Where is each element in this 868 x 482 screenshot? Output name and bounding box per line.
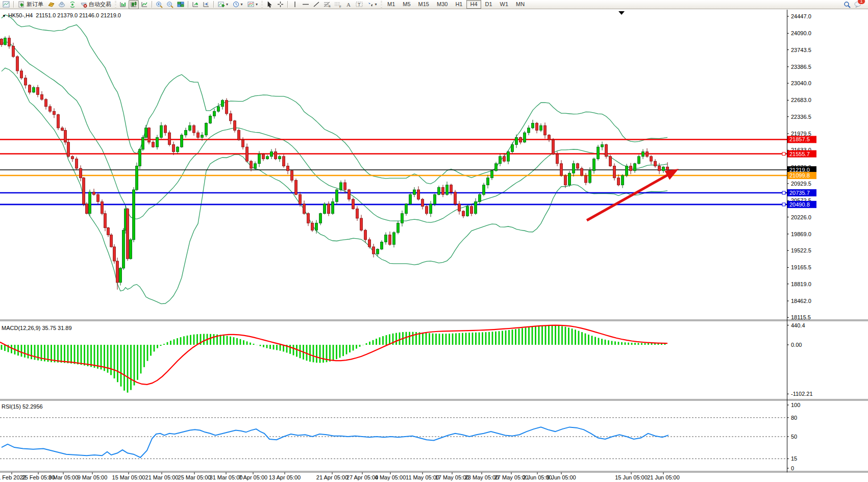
horizontal-line-icon[interactable] (301, 0, 311, 9)
trendline-icon[interactable] (311, 0, 321, 9)
timeframe-m1[interactable]: M1 (384, 0, 399, 9)
svg-text:50: 50 (791, 434, 797, 440)
svg-text:11 May 05:00: 11 May 05:00 (406, 474, 439, 480)
svg-text:15: 15 (791, 455, 797, 462)
svg-text:9 Mar 05:00: 9 Mar 05:00 (78, 474, 108, 480)
autotrading-icon (80, 1, 87, 8)
bar-chart-icon[interactable] (118, 0, 128, 9)
zoom-in-icon[interactable] (154, 0, 164, 9)
tile-windows-icon[interactable] (176, 0, 186, 9)
templates-icon[interactable]: ▾ (245, 0, 260, 9)
new-order-icon (18, 1, 25, 8)
chat-icon[interactable]: 1 (853, 0, 863, 9)
svg-text:21 Apr 05:00: 21 Apr 05:00 (316, 474, 348, 480)
svg-text:23 May 05:00: 23 May 05:00 (465, 474, 499, 480)
svg-text:21 Mar 05:00: 21 Mar 05:00 (145, 474, 179, 480)
toolbar-grip (381, 1, 382, 8)
svg-text:T: T (358, 2, 361, 7)
dropdown-caret-icon: ▾ (375, 2, 377, 7)
svg-text:0.00: 0.00 (791, 342, 802, 348)
svg-text:E: E (329, 5, 331, 8)
chart-symbol-period: HK50-,H4 (8, 12, 33, 18)
periods-clock-icon[interactable]: ▾ (231, 0, 245, 9)
svg-text:18115.5: 18115.5 (791, 314, 811, 320)
svg-text:22336.5: 22336.5 (791, 114, 811, 120)
svg-text:-1102.21: -1102.21 (791, 391, 813, 397)
candlestick-chart-icon[interactable] (129, 0, 139, 9)
svg-text:21979.5: 21979.5 (791, 131, 811, 137)
grid-tool-icon[interactable]: F (333, 0, 343, 9)
vertical-line-icon[interactable] (290, 0, 300, 9)
svg-text:7 Apr 05:00: 7 Apr 05:00 (239, 474, 267, 480)
autotrading-button[interactable]: 自动交易 (78, 1, 113, 9)
chart-title: ▼HK50-,H4 21151.0 21379.0 21146.0 21219.… (2, 12, 121, 18)
collapse-triangle-icon[interactable]: ▼ (2, 14, 6, 18)
line-chart-icon[interactable] (139, 0, 150, 9)
community-icon[interactable] (57, 0, 67, 9)
svg-text:440.4: 440.4 (791, 322, 805, 328)
text-tool-icon[interactable]: A (343, 0, 354, 9)
zoom-out-icon[interactable] (165, 0, 175, 9)
svg-text:22683.0: 22683.0 (791, 97, 811, 103)
svg-text:24447.0: 24447.0 (791, 13, 811, 19)
timeframe-mn[interactable]: MN (512, 0, 528, 9)
timeframe-m30[interactable]: M30 (433, 0, 451, 9)
timeframe-h1[interactable]: H1 (452, 0, 466, 9)
chart-window-icon[interactable] (1, 0, 11, 9)
svg-text:20929.5: 20929.5 (791, 181, 811, 187)
text-label-tool-icon[interactable]: T (354, 0, 364, 9)
svg-text:25 Mar 05:00: 25 Mar 05:00 (178, 474, 211, 480)
dropdown-caret-icon: ▾ (256, 2, 258, 7)
svg-text:3 Mar 05:00: 3 Mar 05:00 (48, 474, 79, 480)
signal-icon[interactable] (67, 0, 78, 9)
chart-shift-icon[interactable] (201, 0, 211, 9)
toolbar: 新订单 自动交易 ▾ ▾ (0, 0, 868, 9)
svg-text:80: 80 (791, 415, 797, 421)
timeframe-w1[interactable]: W1 (497, 0, 512, 9)
new-order-label: 新订单 (27, 1, 43, 8)
timeframe-m5[interactable]: M5 (399, 0, 414, 9)
separator (213, 1, 214, 8)
separator (152, 1, 152, 8)
svg-text:15 Jun 05:00: 15 Jun 05:00 (615, 474, 648, 480)
svg-text:18462.0: 18462.0 (791, 298, 811, 304)
svg-text:21555.7: 21555.7 (789, 151, 810, 157)
svg-text:20735.7: 20735.7 (789, 190, 810, 196)
new-order-button[interactable]: 新订单 (16, 1, 45, 9)
svg-text:21099.8: 21099.8 (789, 172, 810, 179)
svg-text:0: 0 (791, 465, 794, 471)
cursor-icon[interactable] (264, 0, 275, 9)
svg-text:19522.5: 19522.5 (791, 247, 811, 253)
crosshair-icon[interactable] (275, 0, 285, 9)
dropdown-caret-icon: ▾ (226, 2, 228, 7)
svg-text:23386.5: 23386.5 (791, 64, 811, 70)
timeframe-d1[interactable]: D1 (482, 0, 496, 9)
svg-text:20490.8: 20490.8 (789, 201, 810, 208)
chart-canvas[interactable]: 24447.024090.023743.523386.523040.022683… (0, 10, 868, 482)
separator (188, 1, 188, 8)
fibonacci-icon[interactable]: E (322, 0, 332, 9)
timeframe-h4[interactable]: H4 (466, 0, 481, 9)
svg-text:23743.5: 23743.5 (791, 47, 811, 53)
svg-text:19165.5: 19165.5 (791, 264, 811, 270)
svg-text:19869.0: 19869.0 (791, 231, 811, 237)
shapes-icon[interactable]: ▾ (365, 0, 379, 9)
auto-scroll-icon[interactable] (190, 0, 201, 9)
svg-text:17 May 05:00: 17 May 05:00 (435, 474, 469, 480)
svg-text:24090.0: 24090.0 (791, 30, 811, 36)
chart-ohlc-values: 21151.0 21379.0 21146.0 21219.0 (36, 12, 121, 18)
separator (13, 1, 14, 8)
new-chart-icon[interactable]: ▾ (216, 0, 230, 9)
chart-workspace: 24447.024090.023743.523386.523040.022683… (0, 10, 868, 482)
svg-text:13 Apr 05:00: 13 Apr 05:00 (269, 474, 301, 480)
autotrading-label: 自动交易 (89, 1, 111, 8)
svg-text:18819.0: 18819.0 (791, 281, 811, 287)
timeframe-m15[interactable]: M15 (415, 0, 433, 9)
svg-text:4 May 05:00: 4 May 05:00 (375, 474, 406, 480)
chat-badge: 1 (857, 0, 865, 5)
search-icon[interactable] (842, 0, 852, 9)
rsi-indicator-label: RSI(15) 52.2956 (2, 403, 43, 410)
history-note-icon[interactable] (46, 0, 56, 9)
macd-indicator-label: MACD(12,26,9) 35.75 31.89 (2, 325, 72, 331)
svg-text:F: F (339, 5, 341, 8)
